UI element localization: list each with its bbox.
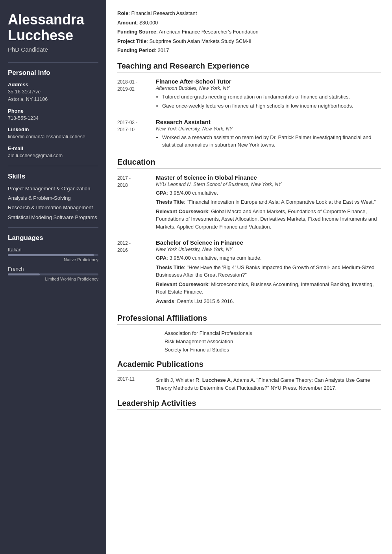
skill-item: Research & Information Management [8, 204, 98, 211]
funding-source-label: Funding Source [117, 29, 156, 35]
skills-heading: Skills [8, 173, 98, 180]
job2-org: New York University, New York, NY [156, 126, 381, 132]
lang-name-french: French [8, 266, 98, 272]
funding-project-value: Subprime South Asian Markets Study SCM-I… [149, 38, 251, 44]
education-section-heading: Education [117, 158, 381, 169]
main-content: Role: Financial Research Assistant Amoun… [106, 0, 392, 554]
affiliations-items: Association for Financial Professionals … [117, 330, 381, 353]
bachelors-content: Bachelor of Science in Finance New York … [156, 239, 381, 307]
phone-value: 718-555-1234 [8, 115, 98, 122]
job2-bullets: Worked as a research assistant on team l… [156, 134, 381, 149]
affil-2: Risk Management Association [165, 338, 381, 344]
candidate-name: Alessandra Lucchese [8, 12, 98, 43]
teaching-section-heading: Teaching and Research Experience [117, 61, 381, 73]
languages-heading: Languages [8, 234, 98, 242]
leadership-section-heading: Leadership Activities [117, 399, 381, 410]
address-label: Address [8, 82, 98, 87]
phone-label: Phone [8, 108, 98, 114]
funding-role: Role: Financial Research Assistant [117, 9, 381, 17]
lang-bar-fill-italian [8, 254, 94, 256]
funding-project-label: Project Title [117, 38, 146, 44]
funding-period: Funding Period: 2017 [117, 46, 381, 54]
bachelors-gpa: GPA: 3.95/4.00 cumulative, magna cum lau… [156, 254, 381, 262]
job1-content: Finance After-School Tutor Afternoon Bud… [156, 78, 381, 112]
skill-item: Project Management & Organization [8, 185, 98, 192]
education-bachelors: 2012 -2016 Bachelor of Science in Financ… [117, 239, 381, 307]
linkedin-label: LinkedIn [8, 126, 98, 132]
candidate-title: PhD Candidate [8, 46, 98, 53]
skill-item: Statistical Modeling Software Programs [8, 214, 98, 221]
pub-1-content: Smith J, Whistler R, Lucchese A, Adams A… [156, 376, 381, 392]
lang-bar-fill-french [8, 273, 40, 275]
sidebar: Alessandra Lucchese PhD Candidate Person… [0, 0, 106, 554]
publications-section-heading: Academic Publications [117, 360, 381, 371]
funding-block: Role: Financial Research Assistant Amoun… [117, 9, 381, 54]
masters-thesis: Thesis Title: "Financial Innovation in E… [156, 198, 381, 206]
education-masters: 2017 -2018 Master of Science in Global F… [117, 174, 381, 232]
linkedin-value: linkedin.com/in/alessandralucchese [8, 133, 98, 141]
masters-org: NYU Leonard N. Stern School of Business,… [156, 182, 381, 187]
affiliations-section-heading: Professional Affiliations [117, 314, 381, 325]
masters-content: Master of Science in Global Finance NYU … [156, 174, 381, 232]
funding-amount: Amount: $30,000 [117, 19, 381, 27]
language-french: French Limited Working Proficiency [8, 266, 98, 281]
bachelors-coursework: Relevant Coursework: Microeconomics, Bus… [156, 281, 381, 296]
job1-bullet-1: Tutored undergrads needing remediation o… [162, 93, 381, 101]
masters-date: 2017 -2018 [117, 174, 149, 232]
lang-level-french: Limited Working Proficiency [8, 277, 98, 281]
bachelors-thesis: Thesis Title: "How Have the 'Big 4' US B… [156, 264, 381, 279]
bachelors-org: New York University, New York, NY [156, 247, 381, 252]
funding-amount-value: $30,000 [139, 20, 158, 26]
bachelors-degree: Bachelor of Science in Finance [156, 239, 381, 246]
personal-info-heading: Personal Info [8, 69, 98, 77]
funding-period-value: 2017 [158, 47, 169, 53]
masters-coursework: Relevant Coursework: Global Macro and As… [156, 208, 381, 231]
lang-bar-bg-french [8, 273, 98, 275]
email-value: ale.lucchese@gmail.com [8, 152, 98, 160]
masters-degree: Master of Science in Global Finance [156, 174, 381, 181]
job2-bullet-1: Worked as a research assistant on team l… [162, 134, 381, 149]
funding-project: Project Title: Subprime South Asian Mark… [117, 37, 381, 45]
funding-role-label: Role [117, 10, 128, 16]
teaching-job-2: 2017-03 -2017-10 Research Assistant New … [117, 119, 381, 151]
job1-bullet-2: Gave once-weekly lectures on finance at … [162, 102, 381, 110]
language-italian: Italian Native Proficiency [8, 247, 98, 262]
job1-date: 2018-01 -2019-02 [117, 78, 149, 112]
funding-source-value: American Finance Researcher's Foundation [159, 29, 258, 35]
job1-org: Afternoon Buddies, New York, NY [156, 86, 381, 91]
bachelors-awards: Awards: Dean's List 2015 & 2016. [156, 297, 381, 305]
affil-1: Association for Financial Professionals [165, 330, 381, 336]
job2-content: Research Assistant New York University, … [156, 119, 381, 151]
job2-date: 2017-03 -2017-10 [117, 119, 149, 151]
lang-bar-bg-italian [8, 254, 98, 256]
masters-gpa: GPA: 3.95/4.00 cumulative. [156, 189, 381, 197]
job1-title: Finance After-School Tutor [156, 78, 381, 85]
skills-list: Project Management & Organization Analys… [8, 185, 98, 221]
teaching-job-1: 2018-01 -2019-02 Finance After-School Tu… [117, 78, 381, 112]
job2-title: Research Assistant [156, 119, 381, 125]
skill-item: Analysis & Problem-Solving [8, 195, 98, 202]
affil-3: Society for Financial Studies [165, 347, 381, 353]
job1-bullets: Tutored undergrads needing remediation o… [156, 93, 381, 110]
funding-amount-label: Amount [117, 20, 137, 26]
pub-1-date: 2017-11 [117, 376, 149, 392]
address-value: 35-16 31st AveAstoria, NY 11106 [8, 88, 98, 103]
pub-row-1: 2017-11 Smith J, Whistler R, Lucchese A,… [117, 376, 381, 392]
email-label: E-mail [8, 145, 98, 151]
publications-list: 2017-11 Smith J, Whistler R, Lucchese A,… [117, 376, 381, 392]
funding-source: Funding Source: American Finance Researc… [117, 28, 381, 36]
lang-level-italian: Native Proficiency [8, 257, 98, 262]
funding-period-label: Funding Period [117, 47, 155, 53]
funding-role-value: Financial Research Assistant [131, 10, 197, 16]
bachelors-date: 2012 -2016 [117, 239, 149, 307]
affiliations-list: Association for Financial Professionals … [117, 330, 381, 353]
lang-name-italian: Italian [8, 247, 98, 253]
